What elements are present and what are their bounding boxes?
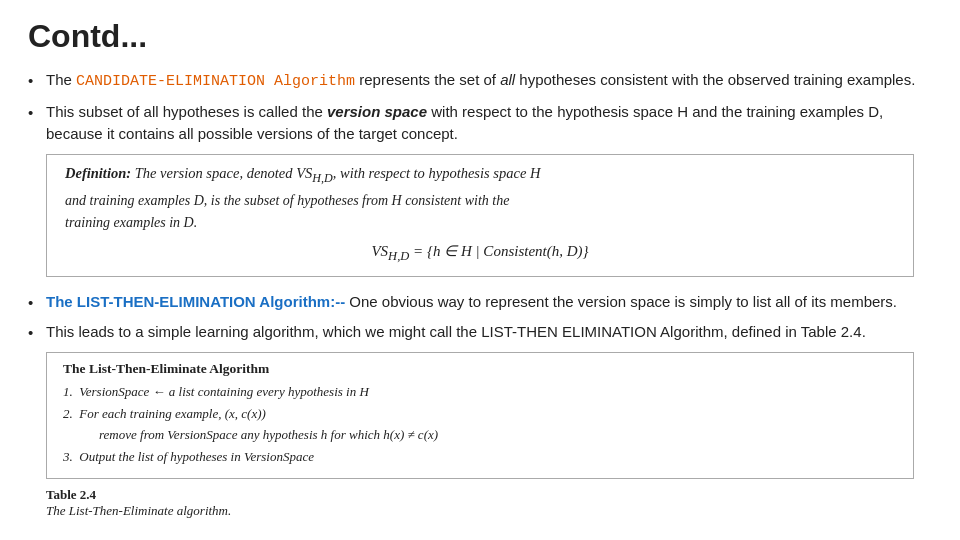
algorithm-step-2: 2. For each training example, (x, c(x)): [63, 404, 897, 424]
algorithm-step-2-indent: remove from VersionSpace any hypothesis …: [63, 425, 897, 445]
list-then-elimination-label: The LIST-THEN-ELIMINATION Algorithm:--: [46, 293, 345, 310]
algorithm-title: The List-Then-Eliminate Algorithm: [63, 361, 897, 377]
bullet-item-2: • This subset of all hypotheses is calle…: [28, 101, 932, 145]
bullet-dot-4: •: [28, 322, 46, 344]
bullet-text-4: This leads to a simple learning algorith…: [46, 321, 932, 343]
definition-title: Definition: The version space, denoted V…: [65, 165, 895, 186]
definition-formula: VSH,D = {h ∈ H | Consistent(h, D)}: [65, 242, 895, 264]
bullet-section: • The CANDIDATE-ELIMINATION Algorithm re…: [28, 69, 932, 519]
page-title: Contd...: [28, 18, 932, 55]
algorithm-step-1: 1. VersionSpace ← a list containing ever…: [63, 382, 897, 402]
all-emphasis: all: [500, 71, 515, 88]
algorithm-box: The List-Then-Eliminate Algorithm 1. Ver…: [46, 352, 914, 479]
bullet-text-2: This subset of all hypotheses is called …: [46, 101, 932, 145]
bullet-text-3: The LIST-THEN-ELIMINATION Algorithm:-- O…: [46, 291, 932, 313]
table-caption: Table 2.4 The List-Then-Eliminate algori…: [46, 487, 932, 519]
table-caption-text: The List-Then-Eliminate algorithm.: [46, 503, 231, 518]
version-space-term: version space: [327, 103, 427, 120]
definition-body-start: The version space, denoted VSH,D, with r…: [135, 165, 541, 181]
definition-body: and training examples D, is the subset o…: [65, 190, 895, 233]
definition-box: Definition: The version space, denoted V…: [46, 154, 914, 276]
bullet-dot-2: •: [28, 102, 46, 124]
bullet-item-1: • The CANDIDATE-ELIMINATION Algorithm re…: [28, 69, 932, 93]
bullet-item-4: • This leads to a simple learning algori…: [28, 321, 932, 344]
candidate-elimination-label: CANDIDATE-ELIMINATION Algorithm: [76, 73, 355, 90]
bullet-dot-1: •: [28, 70, 46, 92]
bullet-text-1: The CANDIDATE-ELIMINATION Algorithm repr…: [46, 69, 932, 93]
bullet-item-3: • The LIST-THEN-ELIMINATION Algorithm:--…: [28, 291, 932, 314]
algorithm-step-3: 3. Output the list of hypotheses in Vers…: [63, 447, 897, 467]
table-caption-label: Table 2.4: [46, 487, 96, 502]
algorithm-remove-step: remove from VersionSpace any hypothesis …: [63, 425, 897, 445]
bullet-dot-3: •: [28, 292, 46, 314]
